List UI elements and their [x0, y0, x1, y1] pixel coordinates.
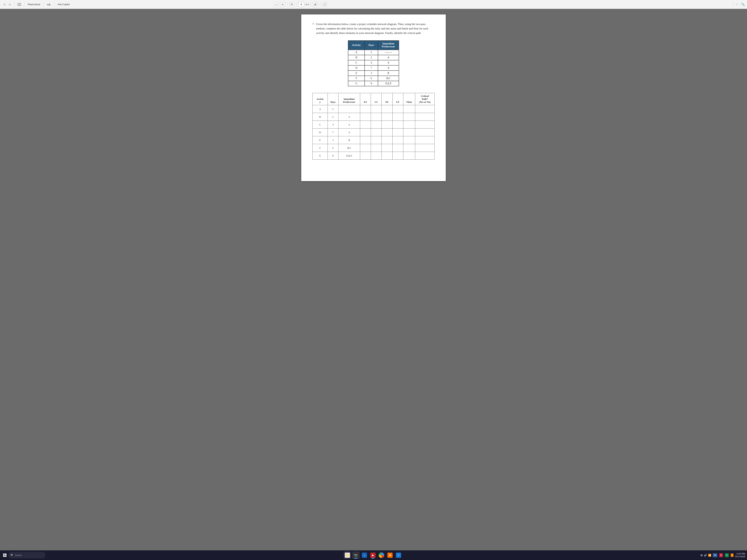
cell-activity: C	[348, 60, 365, 65]
taskbar-apps: 📁 📷 L ▶ ■ C	[47, 552, 699, 559]
cell-predecessor: A	[338, 129, 360, 136]
back-button[interactable]: ◁	[2, 2, 6, 6]
taskbar-app-3[interactable]: L	[361, 552, 368, 559]
table-row: C 4 A	[348, 60, 399, 65]
cell-predecessor: A	[338, 113, 360, 121]
table-row: C 4 A	[313, 121, 435, 129]
table-row: B 2 A	[348, 55, 399, 60]
pdf-viewer-icon: L	[362, 553, 367, 558]
taskbar-right: ⊞ 🔊 📶 W P X ↑ 12:45 PM 10/15/2024	[700, 553, 745, 558]
fit-button[interactable]: ⊡	[289, 2, 294, 7]
cell-ef	[382, 121, 392, 129]
cell-critical	[415, 144, 434, 152]
cell-ls	[371, 144, 382, 152]
wifi-icon[interactable]: 📶	[708, 554, 711, 557]
cell-ef	[382, 152, 392, 160]
excel-icon[interactable]: X	[725, 553, 729, 557]
out-col-float: Float	[403, 93, 415, 105]
browser-icon	[379, 553, 384, 558]
camera-icon: 📷	[353, 553, 359, 558]
cell-ls	[371, 121, 382, 129]
search-icon[interactable]: 🔍	[741, 3, 745, 6]
table-row: D 7 A	[348, 65, 399, 71]
out-col-critical: CriticalPath?(Yes or No)	[415, 93, 434, 105]
cell-days: 5	[365, 50, 378, 55]
cell-es	[360, 152, 371, 160]
cell-float	[403, 129, 415, 136]
taskbar-app-5[interactable]	[378, 552, 385, 559]
cell-ef	[382, 144, 392, 152]
extra-icon[interactable]: ↑	[731, 554, 733, 557]
cell-days: 4	[328, 121, 338, 129]
cell-predecessor	[338, 105, 360, 113]
out-col-ls: LS	[371, 93, 382, 105]
cell-critical	[415, 152, 434, 160]
question-container: 7. Given the information below, create a…	[312, 22, 435, 35]
screenshot-button[interactable]: 📋	[322, 2, 327, 7]
text-button[interactable]: aあ	[46, 2, 52, 7]
cell-lf	[392, 136, 403, 144]
cell-ef	[382, 129, 392, 136]
cell-predecessor: B,C	[338, 144, 360, 152]
taskbar-clock[interactable]: 12:45 PM 10/15/2024	[735, 553, 745, 558]
cell-es	[360, 129, 371, 136]
cell-days: 6	[365, 76, 378, 81]
table-row: B 2 A	[313, 113, 435, 121]
audio-button[interactable]: 🔊	[313, 2, 318, 7]
cell-activity: A	[313, 105, 328, 113]
divider-4	[54, 2, 54, 7]
windows-start-button[interactable]	[2, 552, 8, 558]
cell-days: 6	[328, 144, 338, 152]
win-cell-1	[3, 554, 5, 555]
taskbar-start: 🔍 Search	[2, 552, 45, 558]
cell-es	[360, 136, 371, 144]
zoom-plus-button[interactable]: +	[280, 2, 285, 7]
reader-icon	[18, 3, 21, 6]
network-icon[interactable]: ⊞	[700, 554, 703, 557]
cell-ls	[371, 105, 382, 113]
taskbar-app-7[interactable]: C	[395, 552, 402, 559]
cell-critical	[415, 105, 434, 113]
refresh-icon[interactable]: ↻	[736, 2, 739, 6]
taskbar-search[interactable]: 🔍 Search	[8, 552, 45, 558]
favorite-icon[interactable]: ☆	[731, 2, 735, 6]
file-explorer-icon: 📁	[345, 553, 350, 558]
document-page: 7. Given the information below, create a…	[301, 15, 446, 181]
search-icon: 🔍	[10, 554, 14, 557]
win-cell-2	[5, 554, 6, 555]
word-icon[interactable]: W	[713, 553, 717, 557]
table-row: G 8 D,E,F	[313, 152, 435, 160]
zoom-minus-button[interactable]: –	[274, 2, 279, 7]
taskbar-app-4[interactable]: ▶	[369, 552, 377, 559]
cell-days: 4	[365, 60, 378, 65]
table-row: A 5	[313, 105, 435, 113]
page-number-input[interactable]	[298, 2, 304, 7]
taskbar-app-2[interactable]: 📷	[352, 552, 360, 559]
read-aloud-button[interactable]: Read aloud	[27, 2, 41, 6]
cell-activity: G	[348, 81, 365, 86]
cell-activity: B	[348, 55, 365, 60]
cell-activity: G	[313, 152, 328, 160]
cell-lf	[392, 129, 403, 136]
ppt-icon[interactable]: P	[719, 553, 723, 557]
immersive-reader-button[interactable]	[17, 2, 22, 7]
table-row: A 5 --------	[348, 50, 399, 55]
volume-icon[interactable]: 🔊	[704, 554, 707, 557]
cell-predecessor: B	[338, 136, 360, 144]
table-row: F 6 B,C	[313, 144, 435, 152]
ask-copilot-button[interactable]: Ask Copilot	[56, 2, 71, 6]
system-tray: ⊞ 🔊 📶	[700, 554, 711, 557]
cell-ef	[382, 113, 392, 121]
input-col-days: Days	[365, 41, 378, 50]
taskbar-app-1[interactable]: 📁	[344, 552, 351, 559]
taskbar-app-6[interactable]: ■	[386, 552, 394, 559]
out-col-lf: LF	[392, 93, 403, 105]
cell-days: 3	[365, 71, 378, 76]
cell-predecessor: D,E,F	[378, 81, 399, 86]
cell-predecessor: --------	[378, 50, 399, 55]
forward-icon[interactable]: ◇	[8, 2, 12, 6]
out-col-predecessor: ImmediatePredecessor	[338, 93, 360, 105]
cell-activity: E	[313, 136, 328, 144]
table-row: F 6 B,C	[348, 76, 399, 81]
cell-es	[360, 144, 371, 152]
